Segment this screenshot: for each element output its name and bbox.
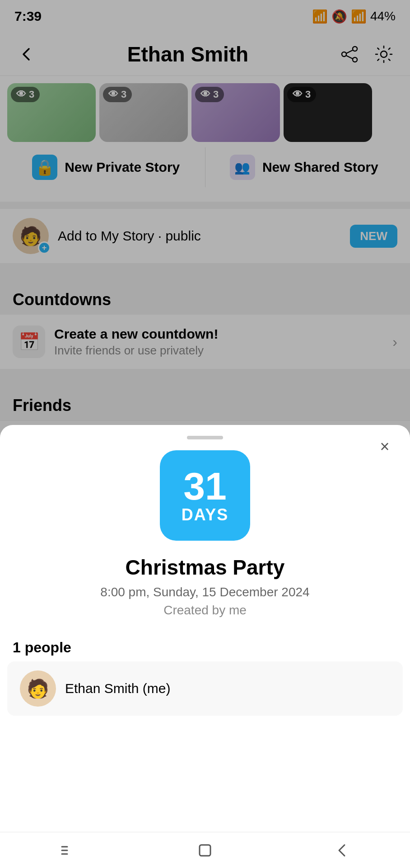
person-list-item: 🧑 Ethan Smith (me)	[7, 661, 403, 716]
person-avatar: 🧑	[20, 670, 56, 707]
countdown-number: 31	[183, 467, 227, 505]
countdown-display: 31 DAYS	[0, 450, 410, 541]
event-date: 8:00 pm, Sunday, 15 December 2024	[0, 585, 410, 599]
people-count: 1 people	[0, 632, 410, 661]
bottom-nav	[0, 832, 410, 868]
bottom-sheet: × 31 DAYS Christmas Party 8:00 pm, Sunda…	[0, 425, 410, 832]
event-creator: Created by me	[0, 603, 410, 618]
svg-rect-12	[200, 845, 210, 856]
countdown-unit: DAYS	[182, 505, 229, 524]
person-name: Ethan Smith (me)	[65, 681, 170, 696]
countdown-box: 31 DAYS	[160, 450, 250, 541]
nav-back-button[interactable]	[315, 838, 369, 863]
nav-menu-button[interactable]	[41, 838, 95, 863]
close-sheet-button[interactable]: ×	[372, 434, 397, 459]
event-name: Christmas Party	[0, 555, 410, 580]
nav-home-button[interactable]	[178, 838, 232, 863]
sheet-handle	[187, 436, 223, 439]
